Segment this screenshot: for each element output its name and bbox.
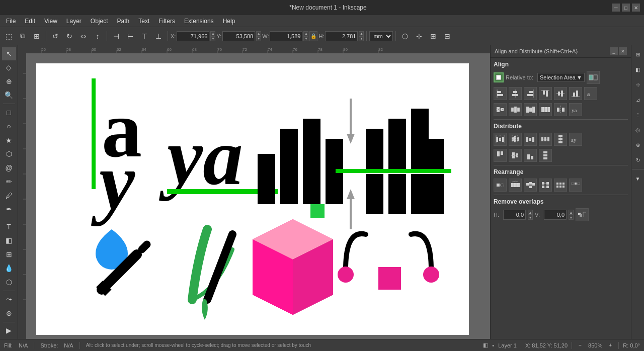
star-tool[interactable]: ★: [2, 134, 16, 147]
rotate-ccw-btn[interactable]: ↺: [49, 30, 62, 43]
grid-btn[interactable]: ⊞: [427, 30, 440, 43]
canvas-area[interactable]: 56 58 60 62 64 66 68 70 72 74 76 78 80 8…: [18, 45, 490, 339]
v-overlap-up[interactable]: ▲: [569, 210, 574, 215]
spiral-tool[interactable]: @: [2, 161, 16, 174]
align-toolbar-btn[interactable]: ⊞: [30, 30, 43, 43]
rearrange-1-btn[interactable]: [494, 179, 507, 192]
3d-box-tool[interactable]: ⬡: [2, 148, 16, 161]
far-right-1[interactable]: ⊞: [631, 47, 645, 61]
calligraphy-tool[interactable]: ✒: [2, 203, 16, 216]
dist-text-btn[interactable]: ay: [569, 133, 582, 146]
w-spinner[interactable]: ▲ ▼: [303, 31, 308, 41]
align-top-btn[interactable]: ⊥: [152, 30, 165, 43]
rearrange-6-btn[interactable]: [569, 179, 582, 192]
w-input[interactable]: [270, 31, 302, 41]
far-right-7[interactable]: ⊛: [631, 138, 645, 152]
w-up[interactable]: ▲: [303, 31, 308, 36]
far-right-8[interactable]: ↻: [631, 153, 645, 167]
dist-top-btn[interactable]: [494, 149, 507, 162]
align-v6-btn[interactable]: ya: [569, 103, 582, 116]
connector-tool[interactable]: ⤳: [2, 293, 16, 306]
menu-view[interactable]: View: [40, 17, 61, 26]
h-overlap-up[interactable]: ▲: [528, 210, 533, 215]
menu-file[interactable]: File: [2, 17, 20, 26]
dist-v-gaps-btn[interactable]: [554, 133, 567, 146]
align-v2-btn[interactable]: [509, 103, 522, 116]
unit-select[interactable]: mm px in: [369, 31, 393, 41]
x-up[interactable]: ▲: [210, 31, 215, 36]
far-right-6[interactable]: ◎: [631, 123, 645, 137]
h-up[interactable]: ▲: [359, 31, 364, 36]
flip-h-btn[interactable]: ⇔: [77, 30, 90, 43]
menu-help[interactable]: Help: [219, 17, 239, 26]
rect-tool[interactable]: □: [2, 106, 16, 119]
text-tool[interactable]: T: [2, 220, 16, 233]
dist-center-h-btn[interactable]: [509, 133, 522, 146]
v-overlap-input[interactable]: [544, 210, 567, 220]
far-right-expand[interactable]: ▼: [631, 171, 645, 186]
align-v5-btn[interactable]: [554, 103, 567, 116]
y-down[interactable]: ▼: [256, 36, 261, 41]
h-overlap-spinner[interactable]: ▲ ▼: [528, 210, 533, 220]
pen-tool[interactable]: 🖊: [2, 189, 16, 202]
dist-center-v-btn[interactable]: [509, 149, 522, 162]
align-center-h-btn[interactable]: [509, 87, 522, 100]
x-down[interactable]: ▼: [210, 36, 215, 41]
align-text-btn[interactable]: a: [584, 87, 597, 100]
align-v1-btn[interactable]: [494, 103, 507, 116]
flip-v-btn[interactable]: ↕: [91, 30, 104, 43]
h-overlap-down[interactable]: ▼: [528, 215, 533, 220]
page-canvas[interactable]: a y ya: [36, 63, 469, 335]
y-input[interactable]: [222, 31, 255, 41]
rearrange-2-btn[interactable]: [509, 179, 522, 192]
far-right-5[interactable]: ⋮: [631, 108, 645, 122]
h-spinner[interactable]: ▲ ▼: [359, 31, 364, 41]
zoom-out-btn[interactable]: −: [576, 341, 584, 349]
dist-h-gaps-btn[interactable]: [539, 133, 552, 146]
menu-object[interactable]: Object: [87, 17, 112, 26]
menu-extensions[interactable]: Extensions: [180, 17, 218, 26]
align-left-btn[interactable]: ⊣: [110, 30, 123, 43]
tweak-tool[interactable]: ⊕: [2, 75, 16, 88]
node-tool[interactable]: ◇: [2, 61, 16, 74]
v-overlap-down[interactable]: ▼: [569, 215, 574, 220]
ellipse-tool[interactable]: ○: [2, 120, 16, 133]
maximize-button[interactable]: □: [622, 4, 630, 12]
spray-tool[interactable]: ⊛: [2, 307, 16, 320]
y-up[interactable]: ▲: [256, 31, 261, 36]
zoom-tool[interactable]: 🔍: [2, 89, 16, 102]
v-overlap-spinner[interactable]: ▲ ▼: [569, 210, 574, 220]
dist-v-even-btn[interactable]: [539, 149, 552, 162]
menu-text[interactable]: Text: [134, 17, 153, 26]
align-last-created-btn[interactable]: [587, 71, 600, 84]
align-center-btn[interactable]: ⊢: [124, 30, 137, 43]
h-down[interactable]: ▼: [359, 36, 364, 41]
x-spinner[interactable]: ▲ ▼: [210, 31, 215, 41]
rearrange-4-btn[interactable]: [539, 179, 552, 192]
menu-path[interactable]: Path: [113, 17, 134, 26]
snap-btn[interactable]: ⊹: [413, 30, 426, 43]
rearrange-5-btn[interactable]: [554, 179, 567, 192]
rotate-cw-btn[interactable]: ↻: [63, 30, 76, 43]
close-button[interactable]: ✕: [632, 4, 640, 12]
menu-edit[interactable]: Edit: [21, 17, 39, 26]
eyedropper-tool[interactable]: 💧: [2, 262, 16, 275]
align-left-edges-btn[interactable]: [494, 87, 507, 100]
expand-tools[interactable]: ▶: [2, 324, 16, 337]
h-input[interactable]: [325, 31, 358, 41]
align-right-edges-btn[interactable]: [524, 87, 537, 100]
zoom-in-btn[interactable]: +: [606, 341, 614, 349]
panel-minimize-btn[interactable]: _: [610, 47, 618, 55]
dist-bottom-btn[interactable]: [524, 149, 537, 162]
panel-close-btn[interactable]: ✕: [619, 47, 627, 55]
gradient-tool[interactable]: ◧: [2, 234, 16, 247]
remove-overlaps-apply-btn[interactable]: [576, 208, 589, 221]
mesh-tool[interactable]: ⊞: [2, 248, 16, 261]
select-tool-btn[interactable]: ⬚: [2, 30, 15, 43]
x-input[interactable]: [177, 31, 209, 41]
dist-right-btn[interactable]: [524, 133, 537, 146]
canvas-viewport[interactable]: a y ya: [26, 53, 490, 339]
h-overlap-input[interactable]: [503, 210, 526, 220]
rearrange-3-btn[interactable]: [524, 179, 537, 192]
select-tool[interactable]: ↖: [2, 47, 16, 60]
